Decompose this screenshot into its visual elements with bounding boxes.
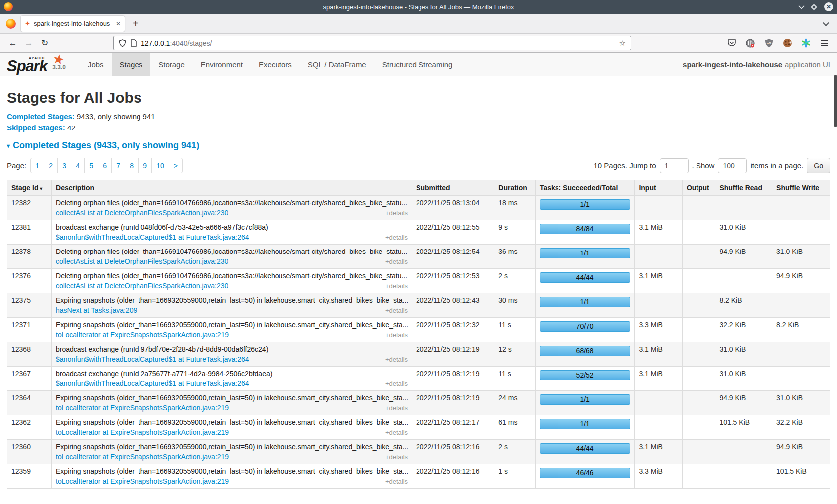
shuffle-read-cell: 31.0 KiB [715, 220, 772, 245]
go-button[interactable]: Go [807, 158, 830, 173]
stage-callsite-link[interactable]: toLocalIterator at ExpireSnapshotsSparkA… [56, 428, 229, 436]
page-button-1[interactable]: 1 [30, 158, 44, 173]
jump-to-page-input[interactable] [660, 158, 689, 173]
next-page-button[interactable]: > [169, 158, 183, 173]
pinwheel-extension-icon[interactable] [801, 38, 811, 48]
completed-stages-section-toggle[interactable]: ▾ Completed Stages (9433, only showing 9… [7, 140, 830, 151]
ublock-icon[interactable]: uO [764, 38, 774, 48]
stage-row-12381: 12381broadcast exchange (runId 048fd06f-… [7, 220, 830, 245]
column-header-duration[interactable]: Duration [494, 180, 536, 196]
details-toggle[interactable]: +details [385, 258, 408, 265]
page-button-10[interactable]: 10 [151, 158, 169, 173]
duration-cell: 61 ms [494, 415, 536, 440]
cookie-icon[interactable] [782, 38, 792, 48]
page-button-9[interactable]: 9 [138, 158, 152, 173]
details-toggle[interactable]: +details [385, 307, 408, 314]
stage-id-cell: 12371 [7, 318, 52, 342]
page-button-4[interactable]: 4 [71, 158, 85, 173]
containers-icon[interactable] [745, 38, 755, 48]
page-button-2[interactable]: 2 [44, 158, 58, 173]
page-button-5[interactable]: 5 [84, 158, 98, 173]
page-scrollbar-thumb[interactable] [834, 75, 837, 127]
reload-button[interactable]: ↻ [37, 38, 53, 48]
spark-tab-structured-streaming[interactable]: Structured Streaming [374, 53, 461, 76]
column-header-stage-id[interactable]: Stage Id ▾ [7, 180, 52, 196]
pocket-icon[interactable] [727, 38, 737, 48]
back-button[interactable]: ← [5, 38, 21, 48]
submitted-cell: 2022/11/25 08:12:17 [412, 415, 494, 440]
column-header-output[interactable]: Output [682, 180, 715, 196]
page-button-7[interactable]: 7 [111, 158, 125, 173]
firefox-app-icon[interactable] [6, 19, 16, 29]
details-toggle[interactable]: +details [385, 234, 408, 241]
spark-logo[interactable]: APACHE Spark ★ 3.3.0 [0, 53, 71, 76]
spark-tab-storage[interactable]: Storage [150, 53, 193, 76]
spark-tab-executors[interactable]: Executors [251, 53, 300, 76]
page-button-6[interactable]: 6 [98, 158, 112, 173]
details-toggle[interactable]: +details [385, 209, 408, 217]
column-header-tasks-succeeded-total[interactable]: Tasks: Succeeded/Total [535, 180, 635, 196]
items-per-page-input[interactable] [718, 158, 747, 173]
stage-callsite-link[interactable]: hasNext at Tasks.java:209 [56, 306, 137, 314]
shuffle-write-cell [772, 367, 830, 391]
details-toggle[interactable]: +details [385, 404, 408, 412]
column-header-shuffle-read[interactable]: Shuffle Read [715, 180, 772, 196]
stage-callsite-link[interactable]: collectAsList at DeleteOrphanFilesSparkA… [56, 209, 228, 217]
menu-icon[interactable] [819, 38, 829, 48]
stage-callsite-link[interactable]: $anonfun$withThreadLocalCaptured$1 at Fu… [56, 233, 249, 241]
tab-close-icon[interactable]: ✕ [116, 20, 121, 27]
output-cell [682, 196, 715, 220]
stage-callsite-link[interactable]: toLocalIterator at ExpireSnapshotsSparkA… [56, 331, 229, 339]
stage-callsite-link[interactable]: toLocalIterator at ExpireSnapshotsSparkA… [56, 453, 229, 461]
submitted-cell: 2022/11/25 08:12:54 [412, 245, 494, 269]
duration-cell: 9 s [494, 220, 536, 245]
details-toggle[interactable]: +details [385, 331, 408, 339]
minimize-icon[interactable] [798, 3, 805, 9]
page-info-icon[interactable] [131, 39, 137, 47]
column-header-input[interactable]: Input [635, 180, 682, 196]
forward-button[interactable]: → [21, 38, 37, 48]
list-tabs-chevron-icon[interactable] [823, 20, 829, 26]
page-button-3[interactable]: 3 [57, 158, 71, 173]
stage-callsite-link[interactable]: collectAsList at DeleteOrphanFilesSparkA… [56, 282, 228, 290]
bookmark-star-icon[interactable]: ☆ [619, 39, 626, 48]
details-toggle[interactable]: +details [385, 282, 408, 290]
spark-tab-sql-dataframe[interactable]: SQL / DataFrame [300, 53, 374, 76]
output-cell [682, 342, 715, 367]
details-toggle[interactable]: +details [385, 453, 408, 461]
stage-description: Expiring snapshots (older_than=166932055… [56, 321, 408, 329]
spark-tab-jobs[interactable]: Jobs [80, 53, 112, 76]
details-toggle[interactable]: +details [385, 478, 408, 485]
stage-id-cell: 12368 [7, 342, 52, 367]
column-header-submitted[interactable]: Submitted [412, 180, 494, 196]
spark-logo-text: Spark [7, 58, 47, 74]
maximize-icon[interactable] [811, 4, 817, 10]
submitted-cell: 2022/11/25 08:12:16 [412, 440, 494, 464]
stage-callsite-link[interactable]: toLocalIterator at ExpireSnapshotsSparkA… [56, 477, 229, 485]
output-cell [682, 367, 715, 391]
tasks-progress-cell: 1/1 [535, 391, 635, 415]
spark-tab-stages[interactable]: Stages [112, 53, 151, 76]
stage-callsite-link[interactable]: $anonfun$withThreadLocalCaptured$1 at Fu… [56, 379, 249, 387]
column-header-shuffle-write[interactable]: Shuffle Write [772, 180, 830, 196]
apache-label: APACHE [29, 56, 46, 60]
tracking-protection-shield-icon[interactable] [119, 39, 126, 47]
stage-callsite-link[interactable]: collectAsList at DeleteOrphanFilesSparkA… [56, 257, 228, 265]
shuffle-write-cell: 94.9 KiB [772, 269, 830, 293]
window-close-icon[interactable]: ✕ [824, 2, 833, 11]
browser-tab[interactable]: ✦ spark-ingest-into-lakehous ✕ [21, 16, 125, 32]
details-toggle[interactable]: +details [385, 429, 408, 436]
shuffle-write-cell: 32.2 KiB [772, 415, 830, 440]
spark-tab-environment[interactable]: Environment [193, 53, 251, 76]
column-header-description[interactable]: Description [52, 180, 412, 196]
url-bar[interactable]: 127.0.0.1:4040/stages/ ☆ [113, 36, 631, 50]
details-toggle[interactable]: +details [385, 356, 408, 363]
new-tab-button[interactable]: + [133, 18, 139, 29]
submitted-cell: 2022/11/25 08:12:55 [412, 220, 494, 245]
details-toggle[interactable]: +details [385, 380, 408, 387]
stage-callsite-link[interactable]: $anonfun$withThreadLocalCaptured$1 at Fu… [56, 355, 249, 363]
input-cell: 3.3 MiB [635, 318, 682, 342]
page-button-8[interactable]: 8 [125, 158, 139, 173]
stage-callsite-link[interactable]: toLocalIterator at ExpireSnapshotsSparkA… [56, 404, 229, 412]
tasks-progress-bar: 1/1 [540, 419, 631, 429]
